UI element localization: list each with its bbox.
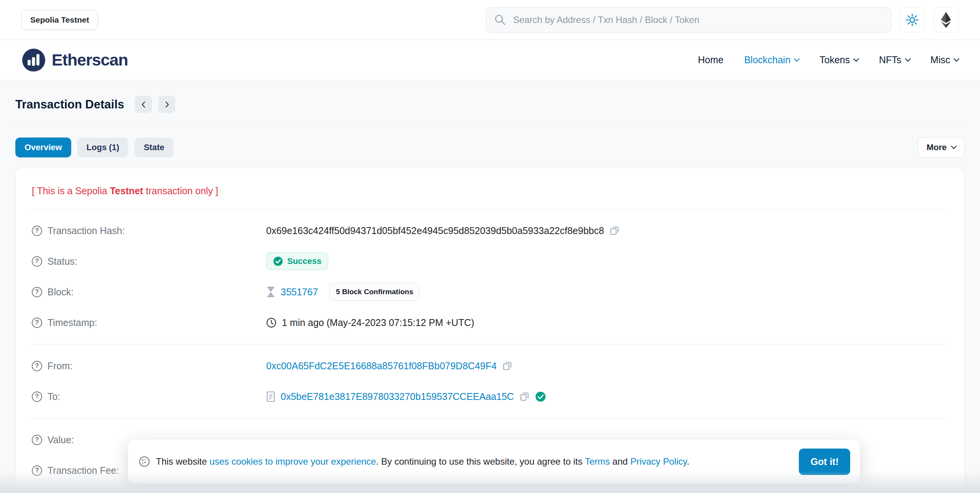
row-value: 0xc00A65FdC2E5E16688a85761f08FBb079D8C49…	[266, 360, 512, 372]
block-number-link[interactable]: 3551767	[281, 287, 318, 298]
status-badge: Success	[266, 252, 328, 270]
help-icon[interactable]: ?	[32, 361, 42, 371]
section-divider	[32, 210, 948, 210]
cookie-text-3: and	[610, 456, 630, 467]
nav-item-blockchain[interactable]: Blockchain	[744, 54, 799, 66]
chevron-down-icon	[853, 56, 859, 62]
network-menu-button[interactable]	[933, 7, 959, 33]
tab-state[interactable]: State	[134, 138, 173, 157]
row-transaction-hash: ? Transaction Hash: 0x69e163c424ff50d943…	[32, 215, 948, 246]
cookie-icon	[139, 456, 150, 467]
nav-label: NFTs	[879, 54, 901, 66]
row-label: ? Block:	[32, 287, 266, 298]
theme-toggle-button[interactable]	[900, 7, 925, 33]
chevron-down-icon	[954, 56, 960, 62]
notice-suffix: transaction only ]	[143, 185, 218, 196]
nav-menu: Home Blockchain Tokens NFTs Misc	[698, 54, 959, 66]
row-value: 1 min ago (May-24-2023 07:15:12 PM +UTC)	[266, 317, 474, 328]
main-navbar: Etherscan Home Blockchain Tokens NFTs Mi…	[0, 40, 980, 80]
label-text: To:	[47, 391, 60, 402]
privacy-policy-link[interactable]: Privacy Policy	[630, 456, 687, 467]
previous-transaction-button[interactable]	[135, 96, 152, 113]
nav-label: Blockchain	[744, 54, 790, 66]
copy-button[interactable]	[502, 361, 512, 371]
label-text: Timestamp:	[47, 317, 97, 328]
copy-icon	[519, 391, 530, 402]
timestamp-value: 1 min ago (May-24-2023 07:15:12 PM +UTC)	[282, 317, 474, 328]
row-label: ? From:	[32, 360, 266, 372]
help-icon[interactable]: ?	[32, 256, 42, 267]
chevron-down-icon	[905, 56, 911, 62]
copy-icon	[609, 226, 620, 236]
nav-item-tokens[interactable]: Tokens	[820, 54, 858, 66]
nav-item-misc[interactable]: Misc	[931, 54, 959, 66]
help-icon[interactable]: ?	[32, 391, 42, 402]
copy-button[interactable]	[519, 391, 530, 402]
nav-label: Home	[698, 54, 723, 66]
sun-icon	[905, 13, 919, 27]
search-icon	[494, 14, 506, 26]
cookies-info-link[interactable]: uses cookies to improve your experience	[209, 456, 376, 467]
status-text: Success	[287, 256, 321, 266]
row-label: ? Timestamp:	[32, 317, 266, 328]
search-input[interactable]	[512, 14, 883, 26]
help-icon[interactable]: ?	[32, 287, 42, 297]
page-header: Transaction Details	[15, 96, 965, 113]
label-text: Value:	[47, 434, 74, 446]
row-timestamp: ? Timestamp: 1 min ago (May-24-2023 07:1…	[32, 307, 948, 338]
chevron-down-icon	[951, 143, 957, 149]
hourglass-icon	[266, 286, 275, 298]
clock-icon	[266, 318, 276, 328]
from-address-link[interactable]: 0xc00A65FdC2E5E16688a85761f08FBb079D8C49…	[266, 360, 497, 372]
copy-icon	[502, 361, 512, 371]
contract-document-icon	[266, 391, 275, 402]
row-value: Success	[266, 252, 328, 270]
row-status: ? Status: Success	[32, 246, 948, 277]
page-title: Transaction Details	[15, 98, 124, 111]
nav-item-home[interactable]: Home	[698, 54, 723, 66]
more-dropdown-button[interactable]: More	[918, 137, 965, 158]
row-from: ? From: 0xc00A65FdC2E5E16688a85761f08FBb…	[32, 351, 948, 381]
section-divider	[32, 344, 948, 344]
chevron-left-icon	[139, 100, 148, 109]
label-text: From:	[47, 360, 72, 372]
help-icon[interactable]: ?	[32, 226, 42, 236]
network-badge[interactable]: Sepolia Testnet	[21, 10, 98, 30]
tab-overview[interactable]: Overview	[15, 138, 71, 157]
help-icon[interactable]: ?	[32, 318, 42, 328]
notice-prefix: [ This is a Sepolia	[32, 185, 110, 196]
verified-check-icon	[535, 391, 546, 402]
help-icon[interactable]: ?	[32, 465, 42, 476]
topbar-right	[486, 7, 959, 33]
row-label: ? To:	[32, 391, 266, 402]
cookie-text-1: This website	[156, 456, 209, 467]
search-box[interactable]	[486, 7, 891, 33]
chevron-down-icon	[794, 56, 800, 62]
label-text: Transaction Hash:	[47, 225, 125, 236]
copy-button[interactable]	[609, 226, 620, 236]
header-divider	[15, 125, 965, 126]
nav-label: Misc	[931, 54, 950, 66]
next-transaction-button[interactable]	[158, 96, 175, 113]
etherscan-logo[interactable]: Etherscan	[21, 48, 128, 72]
row-label: ? Status:	[32, 256, 266, 267]
nav-item-nfts[interactable]: NFTs	[879, 54, 910, 66]
notice-bold: Testnet	[110, 185, 143, 196]
row-value: 0x69e163c424ff50d94371d05bf452e4945c95d8…	[266, 225, 620, 236]
ethereum-icon	[941, 11, 951, 28]
tab-logs[interactable]: Logs (1)	[77, 138, 129, 157]
tabs-row: Overview Logs (1) State More	[15, 137, 965, 158]
row-value: 3551767 5 Block Confirmations	[266, 283, 420, 301]
terms-link[interactable]: Terms	[585, 456, 610, 467]
help-icon[interactable]: ?	[32, 435, 42, 445]
cookie-text-4: .	[687, 456, 689, 467]
more-label: More	[926, 142, 947, 152]
etherscan-logo-icon	[21, 48, 46, 72]
label-text: Block:	[47, 287, 74, 298]
etherscan-wordmark: Etherscan	[52, 51, 128, 69]
row-block: ? Block: 3551767 5 Block Confirmations	[32, 277, 948, 307]
row-label: ? Transaction Hash:	[32, 225, 266, 236]
cookie-accept-button[interactable]: Got it!	[799, 449, 850, 475]
label-text: Transaction Fee:	[47, 465, 119, 476]
to-address-link[interactable]: 0x5beE781e3817E8978033270b159537CCEEAaa1…	[281, 391, 514, 402]
